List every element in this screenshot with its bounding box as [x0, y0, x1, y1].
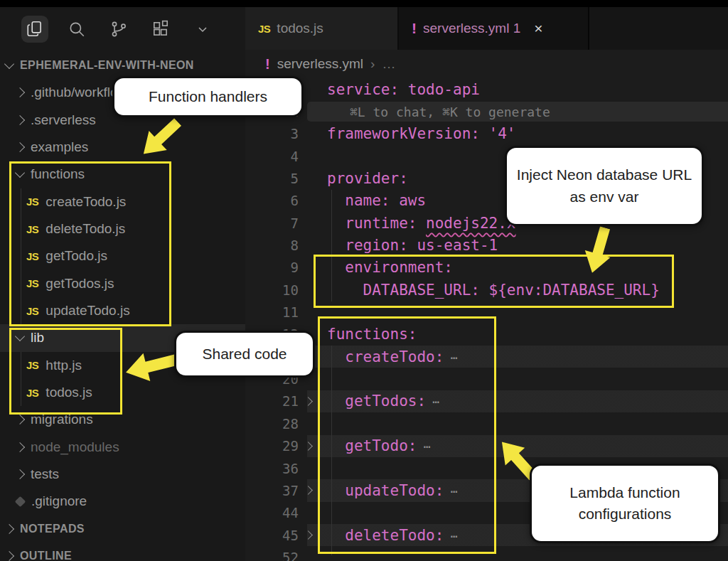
tab-label: serverless.yml 1	[423, 21, 520, 36]
callout-function-handlers: Function handlers	[112, 76, 304, 117]
tree-item-label: .gitignore	[31, 493, 87, 509]
line-number: 9	[245, 260, 299, 275]
line-number: 4	[245, 149, 299, 164]
tab-bar: JStodos.js!serverless.yml 1×	[245, 7, 728, 50]
code-text: frameworkVersion: '4'	[317, 125, 516, 142]
line-number: 29	[245, 438, 299, 454]
tree-item-label: node_modules	[31, 439, 119, 455]
more-chevron-icon[interactable]	[189, 16, 216, 43]
line-number: 44	[245, 505, 299, 520]
line-number: 45	[245, 528, 299, 543]
tree-item-node-modules[interactable]: node_modules	[0, 434, 245, 461]
workspace-label: EPHEMERAL-ENV-WITH-NEON	[20, 59, 194, 72]
annotation-box-environment	[314, 255, 674, 308]
chevron-right-icon	[15, 469, 25, 479]
search-icon[interactable]	[63, 16, 90, 43]
breadcrumb-separator: ›	[370, 56, 375, 72]
line-number: 11	[245, 304, 299, 320]
tree-item-label: examples	[31, 139, 88, 155]
workspace-header[interactable]: EPHEMERAL-ENV-WITH-NEON	[0, 52, 245, 79]
window-title-bar	[0, 0, 728, 7]
line-number: 37	[245, 483, 299, 498]
chevron-right-icon	[304, 486, 313, 495]
explorer-icon[interactable]	[21, 16, 48, 43]
code-text: name: aws	[317, 192, 426, 209]
fold-chevron-icon[interactable]	[299, 532, 317, 538]
extensions-icon[interactable]	[147, 16, 174, 43]
annotation-box-functions-config	[318, 316, 496, 554]
tree-item--gitignore[interactable]: .gitignore	[0, 488, 245, 515]
line-number: 10	[245, 282, 299, 298]
code-text: provider:	[317, 170, 408, 187]
gitignore-file-icon	[15, 496, 26, 508]
code-text: service: todo-api	[317, 81, 480, 98]
warning-icon: !	[412, 20, 417, 37]
callout-shared-code: Shared code	[174, 331, 315, 378]
chevron-right-icon	[4, 524, 14, 534]
source-control-icon[interactable]	[105, 16, 132, 43]
close-icon[interactable]: ×	[534, 20, 542, 37]
tab-bar-empty-space	[588, 7, 728, 50]
warning-icon: !	[265, 56, 270, 73]
section-label: NOTEPADS	[20, 523, 85, 535]
chevron-right-icon	[304, 442, 313, 451]
callout-inject-neon: Inject Neon database URL as env var	[505, 146, 704, 226]
code-text: runtime: nodejs22.x	[317, 215, 516, 232]
line-number: 3	[245, 126, 299, 141]
code-line-8[interactable]: 8 region: us-east-1	[245, 234, 728, 256]
chevron-down-icon	[4, 59, 14, 69]
breadcrumb-tail[interactable]: …	[382, 56, 395, 72]
chevron-right-icon	[4, 551, 14, 561]
fold-chevron-icon[interactable]	[299, 487, 317, 493]
chevron-right-icon	[15, 87, 25, 97]
tab-todos-js[interactable]: JStodos.js	[245, 7, 397, 50]
ai-inline-hint: ⌘L to chat, ⌘K to generate	[307, 102, 728, 121]
code-line-2[interactable]: 2⌘L to chat, ⌘K to generate	[245, 100, 728, 122]
chevron-right-icon	[15, 115, 25, 125]
code-line-3[interactable]: 3frameworkVersion: '4'	[245, 123, 728, 145]
line-number: 5	[245, 171, 299, 186]
annotation-box-lib-folder	[9, 328, 122, 415]
chevron-right-icon	[15, 415, 25, 424]
breadcrumb[interactable]: ! serverless.yml › …	[245, 50, 728, 78]
tree-item-examples[interactable]: examples	[0, 134, 245, 161]
fold-chevron-icon[interactable]	[299, 398, 317, 405]
js-file-icon: JS	[258, 23, 270, 35]
fold-chevron-icon[interactable]	[299, 443, 317, 449]
tab-label: todos.js	[277, 21, 323, 36]
chevron-right-icon	[304, 397, 313, 406]
breadcrumb-file[interactable]: serverless.yml	[277, 56, 363, 72]
code-text: region: us-east-1	[317, 237, 498, 254]
sidebar-section-outline[interactable]: OUTLINE	[0, 543, 245, 561]
line-number: 7	[245, 215, 299, 231]
line-number: 8	[245, 237, 299, 253]
annotation-box-functions-folder	[9, 161, 171, 326]
line-number: 21	[245, 393, 299, 409]
section-label: OUTLINE	[20, 550, 72, 561]
chevron-right-icon	[15, 142, 25, 152]
tree-item-label: tests	[31, 466, 59, 482]
chevron-right-icon	[15, 442, 25, 452]
app-window: EPHEMERAL-ENV-WITH-NEON.github/workflows…	[0, 0, 728, 561]
chevron-right-icon	[304, 530, 313, 540]
line-number: 6	[245, 193, 299, 208]
line-number: 36	[245, 461, 299, 476]
line-number: 52	[245, 550, 299, 561]
tree-item-label: .serverless	[31, 112, 96, 128]
sidebar-section-notepads[interactable]: NOTEPADS	[0, 515, 245, 543]
code-text-warning: nodejs22.x	[426, 215, 515, 232]
line-number: 28	[245, 416, 299, 432]
tree-item-tests[interactable]: tests	[0, 461, 245, 488]
callout-lambda-config: Lambda function configurations	[530, 464, 720, 543]
tab-serverless-yml-1[interactable]: !serverless.yml 1×	[399, 7, 588, 50]
activity-bar	[0, 7, 267, 51]
code-line-1[interactable]: 1service: todo-api	[245, 78, 728, 100]
